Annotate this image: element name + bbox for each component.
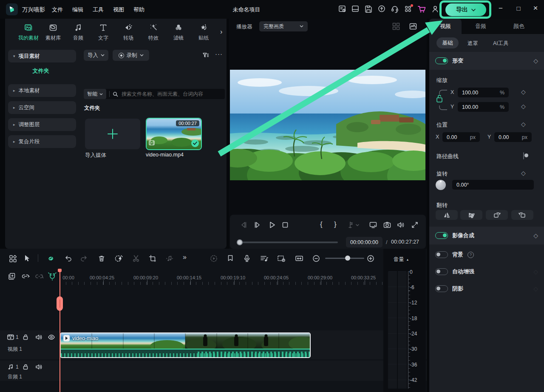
link-clips-icon[interactable] [47, 254, 55, 264]
scale-link-lock-icon[interactable] [434, 87, 449, 113]
tab-audio[interactable]: 音频 [462, 19, 500, 34]
video-clip-tile[interactable]: 00:00:27 [146, 118, 202, 150]
workspace-grid-icon[interactable] [403, 3, 413, 16]
mark-in-icon[interactable]: { [320, 220, 323, 229]
subtab-mask[interactable]: 遮罩 [468, 40, 478, 47]
save-icon[interactable] [364, 3, 373, 16]
tab-stickers[interactable]: 贴纸 [192, 23, 215, 42]
crop-icon[interactable] [148, 254, 157, 264]
add-keyframe-icon[interactable] [114, 254, 124, 264]
redo-icon[interactable] [80, 254, 88, 264]
add-track-icon[interactable] [8, 272, 17, 282]
more-tabs-chevron[interactable]: › [220, 28, 222, 36]
video-track-lock-icon[interactable] [22, 334, 29, 342]
sidebar-item-adjustment-layer[interactable]: ▸ 调整图层 [8, 118, 76, 131]
flip-horizontal-button[interactable] [436, 210, 458, 220]
rotate-knob[interactable] [436, 180, 446, 190]
sidebar-item-cloud[interactable]: ▸ 云空间 [8, 101, 76, 114]
shadow-keyframe-icon[interactable]: ◇ [533, 286, 538, 292]
rotate-cw-button[interactable] [486, 210, 508, 220]
scale-y-keyframe-icon[interactable]: ◇ [521, 103, 526, 109]
background-toggle[interactable] [435, 251, 448, 258]
account-icon[interactable] [431, 3, 440, 16]
project-settings-icon[interactable] [337, 3, 347, 16]
tab-text[interactable]: 文字 [91, 23, 115, 42]
split-screen-icon[interactable] [392, 22, 400, 32]
search-input[interactable] [121, 91, 225, 97]
menu-edit[interactable]: 编辑 [72, 6, 83, 14]
more-options-icon[interactable]: ··· [215, 50, 223, 57]
menu-tools[interactable]: 工具 [93, 6, 104, 14]
tab-transitions[interactable]: 转场 [116, 23, 140, 42]
video-track-mute-icon[interactable] [35, 334, 42, 342]
audio-track-mute-icon[interactable] [35, 364, 42, 372]
position-keyframe-icon[interactable]: ◇ [521, 121, 526, 127]
sidebar-item-project-media[interactable]: ▾ 项目素材 [8, 50, 76, 62]
tab-audio[interactable]: 音频 [66, 23, 90, 42]
undo-icon[interactable] [64, 254, 72, 264]
import-media-tile[interactable] [85, 119, 140, 149]
menu-help[interactable]: 帮助 [133, 6, 144, 14]
cart-icon[interactable] [416, 3, 427, 16]
play-icon[interactable] [267, 220, 277, 231]
export-button[interactable]: 导出 [445, 3, 486, 16]
fullscreen-icon[interactable] [411, 221, 419, 230]
seek-bar[interactable] [238, 241, 338, 243]
sidebar-item-folder-selected[interactable]: 文件夹 [5, 67, 76, 78]
compositing-toggle[interactable] [435, 232, 448, 239]
template-keyframe-icon[interactable] [8, 254, 18, 264]
menu-file[interactable]: 文件 [52, 6, 63, 14]
subtab-basic[interactable]: 基础 [436, 37, 459, 48]
preview-window-icon[interactable] [277, 254, 286, 264]
scale-x-keyframe-icon[interactable]: ◇ [521, 89, 526, 95]
shadow-toggle[interactable] [435, 285, 448, 292]
stop-icon[interactable] [281, 221, 289, 230]
scale-x-input[interactable]: 100.00 % [458, 88, 509, 97]
rotate-keyframe-icon[interactable]: ◇ [521, 170, 526, 176]
volume-icon[interactable] [397, 221, 405, 230]
auto-enhance-keyframe-icon[interactable]: ◇ [533, 269, 538, 275]
maximize-button[interactable]: □ [513, 5, 524, 12]
app-logo[interactable] [6, 3, 18, 15]
playhead-top-marker[interactable] [58, 269, 62, 272]
snapshot-camera-icon[interactable] [383, 221, 391, 230]
mark-out-icon[interactable]: } [334, 220, 337, 229]
scale-y-input[interactable]: 100.00 % [458, 102, 509, 112]
video-track-hide-icon[interactable] [48, 334, 55, 342]
tab-stock-media[interactable]: 素材库 [41, 23, 65, 42]
minimize-button[interactable]: − [496, 4, 506, 13]
transform-keyframe-icon[interactable]: ◇ [533, 58, 538, 64]
close-button[interactable]: × [530, 3, 541, 13]
seek-thumb[interactable] [237, 239, 243, 245]
record-button[interactable]: 录制 [113, 50, 149, 61]
auto-enhance-toggle[interactable] [435, 268, 448, 275]
tab-my-media[interactable]: 我的素材 [17, 23, 40, 42]
sidebar-item-compound-clip[interactable]: ▸ 复合片段 [8, 135, 76, 148]
scopes-icon[interactable] [409, 22, 417, 32]
path-curve-toggle[interactable] [523, 152, 524, 159]
display-device-icon[interactable] [369, 221, 377, 230]
tab-filters[interactable]: 滤镜 [167, 23, 190, 42]
layout-icon[interactable] [351, 3, 360, 16]
split-scissors-icon[interactable] [132, 254, 140, 264]
menu-view[interactable]: 视图 [113, 6, 124, 14]
position-y-input[interactable]: 0.00 px [494, 132, 532, 142]
position-x-input[interactable]: 0.00 px [442, 132, 480, 142]
subtab-ai-tools[interactable]: AI工具 [493, 40, 509, 47]
quality-dropdown[interactable]: 完整画质 [259, 21, 308, 31]
timeline-zoom-slider[interactable] [325, 258, 364, 259]
timeline-clip[interactable]: video-miao [60, 332, 311, 358]
unlink-track-icon[interactable] [35, 272, 45, 282]
transform-toggle[interactable] [435, 57, 448, 64]
flip-vertical-button[interactable] [460, 210, 482, 220]
sidebar-item-local-media[interactable]: ▸ 本地素材 [8, 84, 76, 97]
next-frame-icon[interactable] [253, 221, 262, 230]
rotate-ccw-button[interactable] [511, 210, 533, 220]
delete-icon[interactable] [97, 254, 106, 264]
zoom-in-icon[interactable] [366, 254, 375, 264]
playhead-line[interactable] [60, 269, 60, 392]
help-icon[interactable]: ? [468, 252, 474, 258]
voiceover-mic-icon[interactable] [243, 254, 251, 264]
select-tool-icon[interactable] [23, 254, 31, 264]
support-headset-icon[interactable] [390, 3, 400, 16]
